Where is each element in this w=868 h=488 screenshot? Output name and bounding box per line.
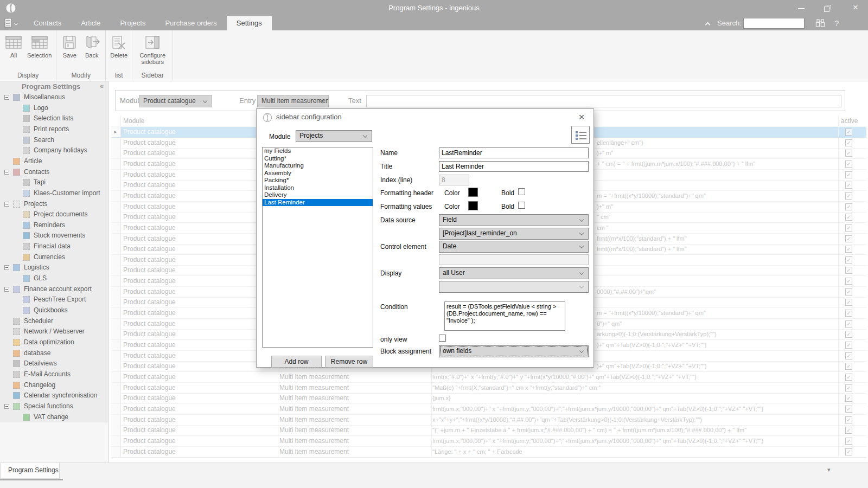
row-header[interactable] <box>111 436 120 446</box>
row-header[interactable] <box>111 265 120 275</box>
tab-purchase-orders[interactable]: Purchase orders <box>155 16 226 30</box>
title-input[interactable] <box>439 161 589 172</box>
sidebar-item-project-documents[interactable]: Project documents <box>0 209 108 220</box>
row-header[interactable] <box>111 425 120 435</box>
sidebar-item-database[interactable]: database <box>0 348 108 358</box>
sidebar-item-quickbooks[interactable]: Quickbooks <box>0 305 108 316</box>
minimize-button[interactable] <box>790 0 813 16</box>
table-row[interactable]: Product catalogueMulti item measurement"… <box>111 447 866 458</box>
row-header[interactable] <box>111 447 120 457</box>
text-input[interactable] <box>366 95 841 107</box>
restore-button[interactable] <box>817 0 840 16</box>
sidebar-item-network-webserver[interactable]: Network / Webserver <box>0 326 108 337</box>
sidebar-item-miscellaneous[interactable]: Miscellaneous <box>0 92 108 102</box>
modul-dropdown[interactable]: Product catalogue <box>139 95 212 107</box>
table-row[interactable]: Product catalogueMulti item measurementf… <box>111 436 866 447</box>
active-checkbox[interactable]: ✓ <box>845 203 852 210</box>
collapse-expander-icon[interactable] <box>4 265 9 270</box>
table-row[interactable]: Product catalogueMulti item measurement"… <box>111 383 866 394</box>
active-checkbox[interactable]: ✓ <box>845 288 852 296</box>
active-checkbox[interactable]: ✓ <box>845 448 852 455</box>
header-bold-checkbox[interactable] <box>518 188 525 195</box>
table-row[interactable]: Product catalogueMulti item measurement"… <box>111 425 866 436</box>
control-element-dropdown[interactable]: Date <box>439 241 589 253</box>
active-checkbox[interactable]: ✓ <box>845 129 852 136</box>
sidebar-item-changelog[interactable]: Changelog <box>0 380 108 390</box>
listbox-item-last-reminder[interactable]: Last Reminder <box>263 199 373 207</box>
listbox-item-my-fields[interactable]: my Fields <box>263 147 373 155</box>
sidebar-item-search[interactable]: Search <box>0 135 108 145</box>
sidebar-item-tapi[interactable]: Tapi <box>0 177 108 188</box>
row-header[interactable] <box>111 212 120 222</box>
active-checkbox[interactable]: ✓ <box>845 310 852 317</box>
row-header[interactable] <box>111 180 120 190</box>
row-header[interactable] <box>111 393 120 403</box>
active-checkbox[interactable]: ✓ <box>845 150 852 157</box>
header-color-swatch[interactable] <box>468 188 478 197</box>
collapse-expander-icon[interactable] <box>4 170 9 175</box>
sidebar-item-scheduler[interactable]: Scheduler <box>0 316 108 326</box>
active-checkbox[interactable]: ✓ <box>845 320 852 328</box>
sidebar-item-stock-movements[interactable]: Stock movements <box>0 230 108 241</box>
sidebar-item-special-functions[interactable]: Special functions <box>0 401 108 412</box>
listbox-item-packing[interactable]: Packing* <box>263 177 373 184</box>
active-checkbox[interactable]: ✓ <box>845 416 852 423</box>
sidebar-rows-listbox[interactable]: my FieldsCutting*ManufacturingAssemblyPa… <box>262 147 373 348</box>
field-dropdown[interactable]: [Project]last_reminder_on <box>439 228 589 240</box>
row-header[interactable] <box>111 138 120 148</box>
row-header[interactable] <box>111 191 120 201</box>
row-header[interactable] <box>111 372 120 382</box>
active-checkbox[interactable]: ✓ <box>845 278 852 285</box>
values-bold-checkbox[interactable] <box>518 202 525 209</box>
entry-dropdown[interactable]: Multi item measurement <box>257 95 329 107</box>
search-input[interactable] <box>743 18 805 29</box>
active-checkbox[interactable]: ✓ <box>845 395 852 402</box>
tab-projects[interactable]: Projects <box>110 16 155 30</box>
active-checkbox[interactable]: ✓ <box>845 331 852 338</box>
block-assignment-dropdown[interactable]: own fields <box>439 345 589 357</box>
listbox-item-delivery[interactable]: Delivery <box>263 191 373 199</box>
display-dropdown[interactable]: all User <box>439 267 589 279</box>
sidebar-item-projects[interactable]: Projects <box>0 199 108 209</box>
remove-row-button[interactable]: Remove row <box>325 356 373 368</box>
sidebar-item-logistics[interactable]: Logistics <box>0 262 108 273</box>
sidebar-item-e-mail-accounts[interactable]: E-Mail Accounts <box>0 369 108 380</box>
active-checkbox[interactable]: ✓ <box>845 192 852 200</box>
active-checkbox[interactable]: ✓ <box>845 235 852 242</box>
sidebar-item-currencies[interactable]: Currencies <box>0 252 108 262</box>
values-color-swatch[interactable] <box>468 201 478 210</box>
table-row[interactable]: Product catalogueMulti item measurementf… <box>111 372 866 383</box>
row-header[interactable] <box>111 148 120 158</box>
sidebar-item-print-reports[interactable]: Print reports <box>0 124 108 134</box>
sidebar-item-detailviews[interactable]: Detailviews <box>0 358 108 369</box>
active-checkbox[interactable]: ✓ <box>845 374 852 381</box>
listbox-item-assembly[interactable]: Assembly <box>263 170 373 177</box>
current-row-indicator[interactable]: ▸ <box>111 127 120 137</box>
row-header[interactable] <box>111 255 120 265</box>
data-source-dropdown[interactable]: Field <box>439 214 589 226</box>
sidebar-item-peachtree-export[interactable]: PeachTree Export <box>0 294 108 305</box>
sidebar-item-contacts[interactable]: Contacts <box>0 167 108 177</box>
binoculars-search-icon[interactable] <box>815 18 826 30</box>
table-row[interactable]: Product catalogueMulti item measurementx… <box>111 415 866 426</box>
active-checkbox[interactable]: ✓ <box>845 299 852 306</box>
sidebar-item-vat-change[interactable]: VAT change <box>0 412 108 422</box>
row-header[interactable] <box>111 287 120 297</box>
collapse-expander-icon[interactable] <box>4 404 9 409</box>
listbox-item-installation[interactable]: Installation <box>263 184 373 192</box>
list-view-button[interactable] <box>571 126 590 144</box>
active-column-header[interactable]: active <box>841 115 858 126</box>
close-button[interactable]: × <box>844 0 867 16</box>
sidebar-item-klaes-customer-import[interactable]: Klaes-Customer import <box>0 188 108 198</box>
statusbar-dropdown-icon[interactable]: ▾ <box>827 466 831 473</box>
save-button[interactable]: Save <box>59 33 80 60</box>
back-button[interactable]: Back <box>80 33 103 60</box>
active-checkbox[interactable]: ✓ <box>845 427 852 434</box>
row-header[interactable] <box>111 351 120 361</box>
active-checkbox[interactable]: ✓ <box>845 214 852 221</box>
module-dropdown[interactable]: Projects <box>296 130 372 142</box>
tab-settings[interactable]: Settings <box>227 16 272 30</box>
sidebar-item-reminders[interactable]: Reminders <box>0 220 108 230</box>
row-header[interactable] <box>111 276 120 286</box>
active-checkbox[interactable]: ✓ <box>845 160 852 168</box>
